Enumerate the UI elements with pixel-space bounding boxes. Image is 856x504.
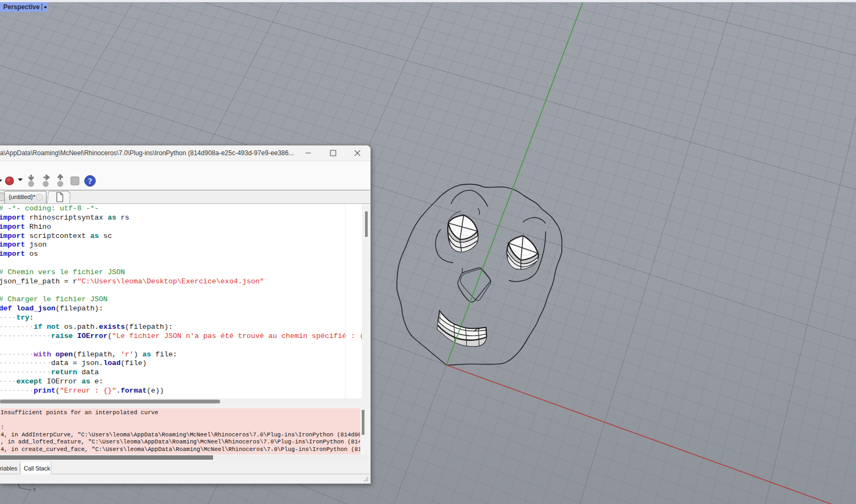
svg-text:x: x: [33, 486, 36, 492]
svg-text:?: ?: [88, 177, 92, 185]
